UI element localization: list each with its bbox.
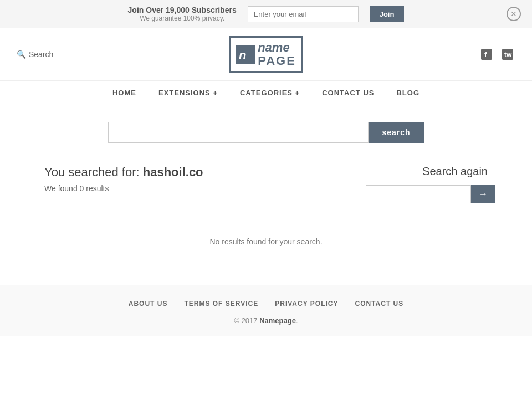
footer-contact[interactable]: CONTACT US — [355, 300, 403, 308]
search-again-title: Search again — [366, 165, 488, 178]
logo-area[interactable]: n name PAGE — [229, 36, 303, 73]
logo-box: n name PAGE — [229, 36, 303, 73]
footer-links: ABOUT US TERMS OF SERVICE PRIVACY POLICY… — [17, 296, 515, 308]
facebook-icon[interactable]: f — [479, 47, 494, 62]
top-banner: Join Over 19,000 Subscribers We guarante… — [0, 0, 532, 28]
svg-text:tw: tw — [504, 51, 512, 59]
search-again-button[interactable]: → — [471, 185, 495, 203]
you-searched-text: You searched for: hashoil.co — [44, 165, 366, 180]
search-label: Search — [29, 50, 53, 59]
header-search-link[interactable]: 🔍 Search — [17, 50, 83, 59]
svg-text:f: f — [484, 50, 487, 59]
copyright-suffix: . — [296, 316, 298, 325]
social-icons: f tw — [449, 47, 515, 62]
banner-text-block: Join Over 19,000 Subscribers We guarante… — [128, 6, 237, 22]
logo-page: PAGE — [258, 54, 296, 68]
copyright-prefix: © 2017 — [234, 316, 257, 325]
twitter-icon[interactable]: tw — [500, 47, 515, 62]
banner-join-button[interactable]: Join — [370, 6, 405, 22]
search-again-row: → — [366, 185, 488, 203]
footer-about-us[interactable]: ABOUT US — [129, 300, 168, 308]
nav-home[interactable]: HOME — [112, 89, 136, 97]
nav-extensions[interactable]: EXTENSIONS + — [158, 89, 218, 97]
results-left: You searched for: hashoil.co We found 0 … — [44, 165, 366, 193]
search-query: hashoil.co — [143, 165, 203, 179]
nav-contact[interactable]: CONTACT US — [322, 89, 374, 97]
header: 🔍 Search n name PAGE f — [0, 28, 532, 81]
nav-blog[interactable]: BLOG — [396, 89, 420, 97]
banner-email-input[interactable] — [248, 6, 359, 22]
main-nav: HOME EXTENSIONS + CATEGORIES + CONTACT U… — [0, 81, 532, 105]
banner-subtext: We guarantee 100% privacy. — [128, 14, 237, 22]
search-bar-area: search — [44, 122, 488, 143]
search-again-input[interactable] — [366, 185, 471, 203]
logo-icon: n — [236, 45, 255, 64]
banner-close-button[interactable]: ✕ — [507, 7, 521, 21]
banner-headline: Join Over 19,000 Subscribers — [128, 6, 237, 14]
results-count: We found 0 results — [44, 184, 366, 193]
nav-categories[interactable]: CATEGORIES + — [240, 89, 300, 97]
logo-name: name — [258, 41, 296, 54]
copyright-brand[interactable]: Namepage — [259, 316, 296, 325]
results-area: You searched for: hashoil.co We found 0 … — [44, 165, 488, 203]
search-input-main[interactable] — [108, 122, 369, 143]
search-icon: 🔍 — [17, 50, 26, 59]
svg-text:n: n — [239, 48, 246, 62]
search-button-main[interactable]: search — [369, 122, 423, 143]
search-again-box: Search again → — [366, 165, 488, 203]
footer-copyright: © 2017 Namepage. — [17, 316, 515, 325]
footer: ABOUT US TERMS OF SERVICE PRIVACY POLICY… — [0, 285, 532, 336]
footer-privacy[interactable]: PRIVACY POLICY — [275, 300, 338, 308]
no-results-message: No results found for your search. — [44, 226, 488, 268]
logo-text: name PAGE — [258, 41, 296, 68]
main-content: search You searched for: hashoil.co We f… — [0, 105, 532, 285]
search-prefix: You searched for: — [44, 165, 140, 179]
footer-terms[interactable]: TERMS OF SERVICE — [184, 300, 258, 308]
